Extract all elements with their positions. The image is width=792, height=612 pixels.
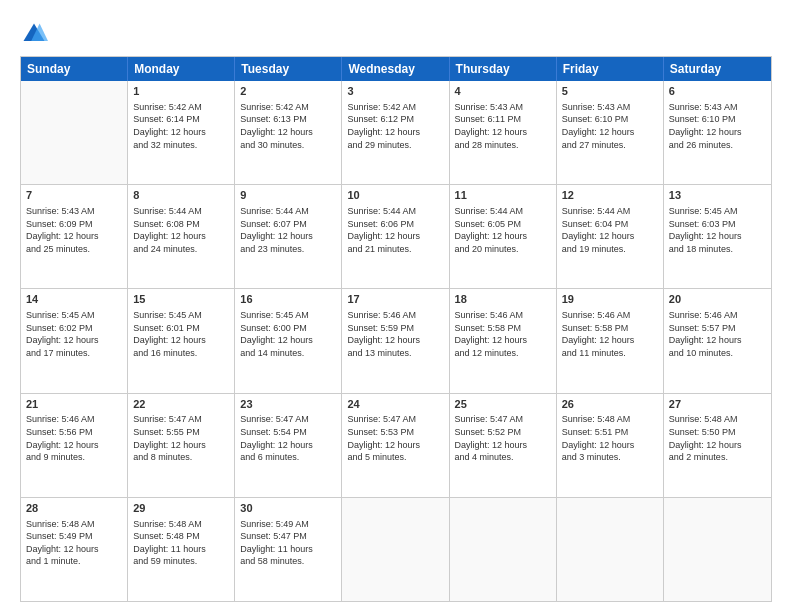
calendar-day-16: 16Sunrise: 5:45 AM Sunset: 6:00 PM Dayli… xyxy=(235,289,342,392)
calendar-day-9: 9Sunrise: 5:44 AM Sunset: 6:07 PM Daylig… xyxy=(235,185,342,288)
calendar-day-7: 7Sunrise: 5:43 AM Sunset: 6:09 PM Daylig… xyxy=(21,185,128,288)
calendar-week-1: 1Sunrise: 5:42 AM Sunset: 6:14 PM Daylig… xyxy=(21,81,771,185)
day-info: Sunrise: 5:46 AM Sunset: 5:58 PM Dayligh… xyxy=(562,309,658,359)
calendar-day-22: 22Sunrise: 5:47 AM Sunset: 5:55 PM Dayli… xyxy=(128,394,235,497)
day-number: 20 xyxy=(669,292,766,307)
calendar-day-11: 11Sunrise: 5:44 AM Sunset: 6:05 PM Dayli… xyxy=(450,185,557,288)
calendar-week-3: 14Sunrise: 5:45 AM Sunset: 6:02 PM Dayli… xyxy=(21,289,771,393)
day-info: Sunrise: 5:44 AM Sunset: 6:05 PM Dayligh… xyxy=(455,205,551,255)
day-info: Sunrise: 5:46 AM Sunset: 5:58 PM Dayligh… xyxy=(455,309,551,359)
day-number: 5 xyxy=(562,84,658,99)
calendar-day-empty xyxy=(21,81,128,184)
calendar-day-8: 8Sunrise: 5:44 AM Sunset: 6:08 PM Daylig… xyxy=(128,185,235,288)
calendar-header-thursday: Thursday xyxy=(450,57,557,81)
day-number: 7 xyxy=(26,188,122,203)
day-info: Sunrise: 5:44 AM Sunset: 6:04 PM Dayligh… xyxy=(562,205,658,255)
day-number: 18 xyxy=(455,292,551,307)
calendar-day-5: 5Sunrise: 5:43 AM Sunset: 6:10 PM Daylig… xyxy=(557,81,664,184)
day-number: 3 xyxy=(347,84,443,99)
day-info: Sunrise: 5:46 AM Sunset: 5:57 PM Dayligh… xyxy=(669,309,766,359)
calendar-week-4: 21Sunrise: 5:46 AM Sunset: 5:56 PM Dayli… xyxy=(21,394,771,498)
day-info: Sunrise: 5:42 AM Sunset: 6:12 PM Dayligh… xyxy=(347,101,443,151)
day-info: Sunrise: 5:44 AM Sunset: 6:07 PM Dayligh… xyxy=(240,205,336,255)
day-info: Sunrise: 5:48 AM Sunset: 5:48 PM Dayligh… xyxy=(133,518,229,568)
logo xyxy=(20,20,52,48)
calendar-day-6: 6Sunrise: 5:43 AM Sunset: 6:10 PM Daylig… xyxy=(664,81,771,184)
day-info: Sunrise: 5:45 AM Sunset: 6:00 PM Dayligh… xyxy=(240,309,336,359)
day-number: 9 xyxy=(240,188,336,203)
logo-icon xyxy=(20,20,48,48)
calendar-day-23: 23Sunrise: 5:47 AM Sunset: 5:54 PM Dayli… xyxy=(235,394,342,497)
day-info: Sunrise: 5:49 AM Sunset: 5:47 PM Dayligh… xyxy=(240,518,336,568)
calendar-header-monday: Monday xyxy=(128,57,235,81)
day-number: 28 xyxy=(26,501,122,516)
day-info: Sunrise: 5:45 AM Sunset: 6:03 PM Dayligh… xyxy=(669,205,766,255)
calendar-header-saturday: Saturday xyxy=(664,57,771,81)
calendar-day-empty xyxy=(342,498,449,601)
day-number: 30 xyxy=(240,501,336,516)
calendar: SundayMondayTuesdayWednesdayThursdayFrid… xyxy=(20,56,772,602)
day-info: Sunrise: 5:44 AM Sunset: 6:08 PM Dayligh… xyxy=(133,205,229,255)
day-info: Sunrise: 5:43 AM Sunset: 6:10 PM Dayligh… xyxy=(669,101,766,151)
day-number: 11 xyxy=(455,188,551,203)
calendar-day-empty xyxy=(557,498,664,601)
day-info: Sunrise: 5:46 AM Sunset: 5:59 PM Dayligh… xyxy=(347,309,443,359)
calendar-header-tuesday: Tuesday xyxy=(235,57,342,81)
day-number: 26 xyxy=(562,397,658,412)
calendar-body: 1Sunrise: 5:42 AM Sunset: 6:14 PM Daylig… xyxy=(21,81,771,601)
calendar-day-17: 17Sunrise: 5:46 AM Sunset: 5:59 PM Dayli… xyxy=(342,289,449,392)
day-number: 4 xyxy=(455,84,551,99)
calendar-day-15: 15Sunrise: 5:45 AM Sunset: 6:01 PM Dayli… xyxy=(128,289,235,392)
calendar-week-5: 28Sunrise: 5:48 AM Sunset: 5:49 PM Dayli… xyxy=(21,498,771,601)
calendar-day-14: 14Sunrise: 5:45 AM Sunset: 6:02 PM Dayli… xyxy=(21,289,128,392)
day-number: 25 xyxy=(455,397,551,412)
day-number: 17 xyxy=(347,292,443,307)
day-number: 2 xyxy=(240,84,336,99)
calendar-day-21: 21Sunrise: 5:46 AM Sunset: 5:56 PM Dayli… xyxy=(21,394,128,497)
calendar-day-27: 27Sunrise: 5:48 AM Sunset: 5:50 PM Dayli… xyxy=(664,394,771,497)
day-info: Sunrise: 5:47 AM Sunset: 5:53 PM Dayligh… xyxy=(347,413,443,463)
calendar-day-18: 18Sunrise: 5:46 AM Sunset: 5:58 PM Dayli… xyxy=(450,289,557,392)
day-number: 13 xyxy=(669,188,766,203)
day-number: 22 xyxy=(133,397,229,412)
calendar-day-empty xyxy=(664,498,771,601)
day-info: Sunrise: 5:43 AM Sunset: 6:10 PM Dayligh… xyxy=(562,101,658,151)
header xyxy=(20,16,772,48)
calendar-day-30: 30Sunrise: 5:49 AM Sunset: 5:47 PM Dayli… xyxy=(235,498,342,601)
calendar-day-12: 12Sunrise: 5:44 AM Sunset: 6:04 PM Dayli… xyxy=(557,185,664,288)
calendar-day-empty xyxy=(450,498,557,601)
calendar-header-friday: Friday xyxy=(557,57,664,81)
day-number: 8 xyxy=(133,188,229,203)
day-number: 10 xyxy=(347,188,443,203)
calendar-day-10: 10Sunrise: 5:44 AM Sunset: 6:06 PM Dayli… xyxy=(342,185,449,288)
day-info: Sunrise: 5:45 AM Sunset: 6:02 PM Dayligh… xyxy=(26,309,122,359)
calendar-header-wednesday: Wednesday xyxy=(342,57,449,81)
calendar-header-row: SundayMondayTuesdayWednesdayThursdayFrid… xyxy=(21,57,771,81)
day-number: 6 xyxy=(669,84,766,99)
day-number: 1 xyxy=(133,84,229,99)
day-number: 15 xyxy=(133,292,229,307)
day-info: Sunrise: 5:44 AM Sunset: 6:06 PM Dayligh… xyxy=(347,205,443,255)
day-info: Sunrise: 5:43 AM Sunset: 6:11 PM Dayligh… xyxy=(455,101,551,151)
calendar-day-28: 28Sunrise: 5:48 AM Sunset: 5:49 PM Dayli… xyxy=(21,498,128,601)
calendar-day-29: 29Sunrise: 5:48 AM Sunset: 5:48 PM Dayli… xyxy=(128,498,235,601)
day-number: 29 xyxy=(133,501,229,516)
day-info: Sunrise: 5:42 AM Sunset: 6:14 PM Dayligh… xyxy=(133,101,229,151)
day-number: 24 xyxy=(347,397,443,412)
day-number: 21 xyxy=(26,397,122,412)
day-info: Sunrise: 5:46 AM Sunset: 5:56 PM Dayligh… xyxy=(26,413,122,463)
day-info: Sunrise: 5:47 AM Sunset: 5:52 PM Dayligh… xyxy=(455,413,551,463)
day-info: Sunrise: 5:47 AM Sunset: 5:55 PM Dayligh… xyxy=(133,413,229,463)
day-info: Sunrise: 5:43 AM Sunset: 6:09 PM Dayligh… xyxy=(26,205,122,255)
day-info: Sunrise: 5:48 AM Sunset: 5:50 PM Dayligh… xyxy=(669,413,766,463)
day-number: 14 xyxy=(26,292,122,307)
calendar-day-3: 3Sunrise: 5:42 AM Sunset: 6:12 PM Daylig… xyxy=(342,81,449,184)
day-number: 12 xyxy=(562,188,658,203)
day-number: 27 xyxy=(669,397,766,412)
calendar-header-sunday: Sunday xyxy=(21,57,128,81)
day-number: 19 xyxy=(562,292,658,307)
calendar-day-24: 24Sunrise: 5:47 AM Sunset: 5:53 PM Dayli… xyxy=(342,394,449,497)
calendar-day-19: 19Sunrise: 5:46 AM Sunset: 5:58 PM Dayli… xyxy=(557,289,664,392)
day-info: Sunrise: 5:42 AM Sunset: 6:13 PM Dayligh… xyxy=(240,101,336,151)
calendar-day-1: 1Sunrise: 5:42 AM Sunset: 6:14 PM Daylig… xyxy=(128,81,235,184)
